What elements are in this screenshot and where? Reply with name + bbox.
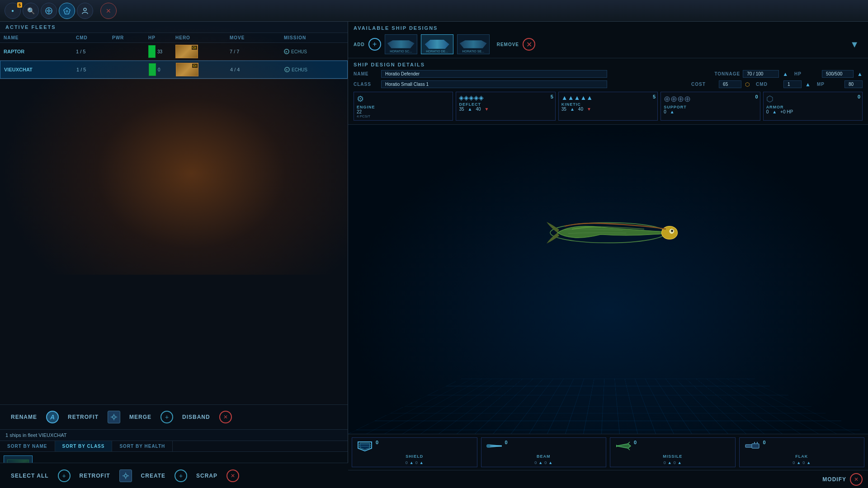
grid-overlay <box>348 379 868 434</box>
deflect-badge: 5 <box>551 94 553 99</box>
mission-dot <box>284 49 289 54</box>
missile-weapon-icon <box>614 440 632 452</box>
left-panel: ACTIVE FLEETS NAME CMD PWR HP HERO MOVE … <box>0 22 348 488</box>
detail-class-row: CLASS Horatio Small Class 1 <box>354 80 607 88</box>
beam-up-icon: ▲ <box>538 460 542 465</box>
hp-arrow-detail: ▲ <box>857 71 863 77</box>
detail-cost-row: COST 65 ⬡ CMD 1 ▲ MP 80 <box>609 80 863 88</box>
design-thumb-horatio-sc[interactable]: HORATIO SC... <box>385 34 417 54</box>
ship-design-details-section: SHIP DESIGN DETAILS NAME Horatio Defende… <box>348 58 868 125</box>
design-thumb-horatio-se[interactable]: HORATIO SE... <box>457 34 490 54</box>
tonnage-value: 70 / 100 <box>743 70 779 78</box>
beam-count: 0 <box>505 440 508 445</box>
shield-name: SHIELD <box>406 454 423 459</box>
svg-line-30 <box>628 442 630 444</box>
col-name: NAME <box>0 33 72 42</box>
create-icon[interactable]: + <box>175 469 187 482</box>
shield-count: 0 <box>376 440 378 445</box>
sort-by-class-button[interactable]: SORT BY CLASS <box>55 441 113 451</box>
people-icon[interactable] <box>77 3 93 19</box>
active-fleets-section: ACTIVE FLEETS NAME CMD PWR HP HERO MOVE … <box>0 22 348 79</box>
design-name-2: HORATIO SE... <box>458 50 489 53</box>
beam-val1: 0 <box>534 460 537 465</box>
ship-3d-view <box>348 125 868 434</box>
flak-val1: 0 <box>793 460 795 465</box>
available-designs-section: AVAILABLE SHIP DESIGNS ADD + HORATIO SC.… <box>348 22 868 58</box>
nav-icons: ● 5 🔍 ✕ <box>5 3 117 19</box>
retrofit-bottom-button[interactable]: RETROFIT <box>74 470 116 482</box>
weapon-beam: 0 BEAM 0 ▲ 0 ▲ <box>481 437 607 467</box>
svg-point-12 <box>124 474 127 477</box>
shield-val2: 0 <box>415 460 418 465</box>
stat-deflect: ◈◈◈◈◈ 5 DEFLECT 35 ▲ 40 ▼ <box>456 92 555 121</box>
create-button[interactable]: CREATE <box>136 470 171 482</box>
kinetic-up-icon: ▲ <box>570 107 575 112</box>
hp-value-detail: 500/500 <box>822 70 854 78</box>
merge-icon[interactable]: + <box>160 411 173 423</box>
fleet-row[interactable]: RAPTOR 1 / 5 33 7 / 7 ECHUS <box>0 43 348 61</box>
hp-bar <box>148 45 156 58</box>
flak-val2: 0 <box>802 460 805 465</box>
galaxy-icon[interactable] <box>41 3 57 19</box>
flak-name: FLAK <box>795 454 808 459</box>
fleet-hp-vieuxchat: 0 <box>145 61 172 78</box>
design-name-1: HORATIO DE... <box>421 50 453 53</box>
particle-icon[interactable]: ● 5 <box>5 3 21 19</box>
rename-icon[interactable]: A <box>46 411 59 423</box>
stat-kinetic: ▲▲▲▲▲ 5 KINETIC 35 ▲ 40 ▼ <box>558 92 658 121</box>
rename-button[interactable]: RENAME <box>5 411 42 423</box>
merge-button[interactable]: MERGE <box>124 411 157 423</box>
support-arrow: ▲ <box>670 109 675 114</box>
retrofit-gear-icon[interactable] <box>108 411 120 423</box>
fleet-row[interactable]: VIEUXCHAT 1 / 5 0 4 / 4 ECHUS <box>0 61 348 79</box>
armor-value: 0 <box>766 109 769 114</box>
weapon-flak: 0 FLAK 0 ▲ 0 ▲ <box>739 437 865 467</box>
deflect-value: 35 <box>459 107 464 112</box>
scrap-icon[interactable]: ✕ <box>226 469 239 482</box>
fleet-mission-vieuxchat: ECHUS <box>281 65 347 74</box>
select-all-button[interactable]: SELECT ALL <box>5 470 54 482</box>
add-design-button[interactable]: + <box>368 38 381 51</box>
ships-fleet-label: 1 ships in fleet VIEUXCHAT <box>0 430 348 441</box>
scrap-button[interactable]: SCRAP <box>191 470 223 482</box>
deflect-down-icon: ▼ <box>485 107 489 112</box>
fleet-hero-raptor <box>172 43 226 60</box>
svg-point-7 <box>113 416 115 418</box>
sort-by-name-button[interactable]: SORT BY NAME <box>0 441 55 451</box>
class-value: Horatio Small Class 1 <box>381 80 607 88</box>
disband-button[interactable]: DISBAND <box>177 411 216 423</box>
shield-weapon-icon <box>356 440 374 452</box>
sort-by-health-button[interactable]: SORT BY HEALTH <box>112 441 173 451</box>
stat-engine: ⚙ ENGINE 22 4 PCS/T <box>354 92 453 121</box>
svg-point-20 <box>671 230 673 232</box>
missile-val1: 0 <box>664 460 666 465</box>
detail-name-row: NAME Horatio Defender <box>354 70 607 78</box>
kinetic-badge: 5 <box>653 94 656 99</box>
select-all-icon[interactable]: + <box>58 469 71 482</box>
right-panel: AVAILABLE SHIP DESIGNS ADD + HORATIO SC.… <box>348 22 868 488</box>
kinetic-down-icon: ▼ <box>587 107 591 112</box>
armor-badge: 0 <box>858 94 860 99</box>
fleet-name-raptor: RAPTOR <box>0 47 72 56</box>
remove-design-button[interactable]: ✕ <box>523 38 535 51</box>
remove-label: REMOVE <box>497 42 519 47</box>
retrofit-bottom-gear-icon[interactable] <box>119 469 132 482</box>
fleet-cmd-raptor: 1 / 5 <box>72 47 108 56</box>
retrofit-button-fleet[interactable]: RETROFIT <box>62 411 104 423</box>
detail-tonnage-row: TONNAGE 70 / 100 ▲ HP 500/500 ▲ <box>609 70 863 78</box>
engine-label: ENGINE <box>357 105 450 109</box>
design-thumb-horatio-de[interactable]: HORATIO DE... <box>421 34 453 54</box>
engine-icon: ⚙ <box>357 94 364 104</box>
scroll-down-icon[interactable]: ▼ <box>850 39 859 50</box>
hp-bar <box>149 63 156 76</box>
shield-up-icon: ▲ <box>410 460 414 465</box>
modify-close-icon[interactable]: ✕ <box>850 473 863 486</box>
fleet-action-bar: RENAME A RETROFIT MERGE + DISBAND ✕ <box>0 404 348 430</box>
modify-button[interactable]: MODIFY <box>822 476 846 483</box>
search-icon[interactable]: 🔍 <box>23 3 39 19</box>
disband-icon[interactable]: ✕ <box>219 411 232 423</box>
military-icon[interactable] <box>59 3 75 19</box>
weapon-shield: 0 SHIELD 0 ▲ 0 ▲ <box>352 437 477 467</box>
fleet-cmd-vieuxchat: 1 / 5 <box>73 65 109 74</box>
close-nav-icon[interactable]: ✕ <box>100 3 117 19</box>
